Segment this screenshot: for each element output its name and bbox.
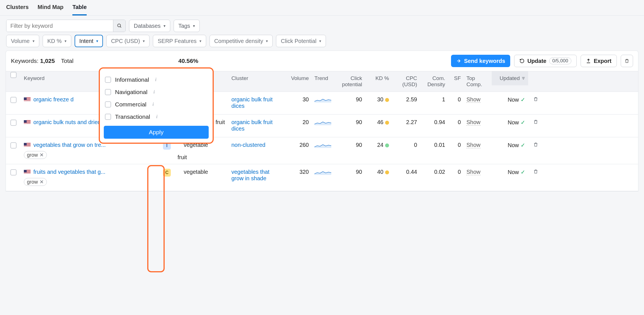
intent-opt-informational[interactable]: Informational i bbox=[104, 74, 209, 86]
row-checkbox[interactable] bbox=[10, 142, 17, 149]
chevron-down-icon: ▾ bbox=[266, 39, 268, 43]
col-top-comp[interactable]: Top Comp. bbox=[464, 71, 492, 92]
cluster-link[interactable]: non-clustered bbox=[231, 142, 265, 148]
keyword-link[interactable]: organic bulk nuts and dried ... bbox=[33, 119, 107, 125]
cluster-link[interactable]: vegetables that grow in shade bbox=[231, 169, 270, 181]
intent-opt-navigational[interactable]: Navigational i bbox=[104, 86, 209, 98]
updated-value: Now bbox=[508, 169, 519, 175]
cluster-link[interactable]: organic bulk fruit dices bbox=[231, 119, 273, 132]
show-competitors-link[interactable]: Show bbox=[466, 142, 480, 148]
checkbox[interactable] bbox=[105, 89, 111, 95]
us-flag-icon bbox=[24, 143, 31, 147]
select-all-checkbox[interactable] bbox=[10, 72, 17, 78]
kd-filter[interactable]: KD % ▾ bbox=[43, 35, 71, 47]
svg-point-0 bbox=[118, 24, 121, 27]
tags-filter[interactable]: Tags ▾ bbox=[174, 20, 200, 32]
keywords-count: Keywords: 1,025 bbox=[11, 58, 55, 64]
col-trend[interactable]: Trend bbox=[312, 71, 334, 85]
kd-value: 30 bbox=[365, 96, 392, 103]
intent-filter[interactable]: Intent ▾ bbox=[75, 35, 103, 47]
keyword-link[interactable]: fruits and vegetables that g... bbox=[33, 169, 105, 175]
checkbox[interactable] bbox=[105, 77, 111, 83]
send-keywords-button[interactable]: Send keywords bbox=[451, 55, 510, 67]
export-button[interactable]: Export bbox=[581, 55, 617, 67]
show-competitors-link[interactable]: Show bbox=[466, 96, 480, 103]
com-density-value: 0.01 bbox=[420, 142, 448, 148]
info-icon[interactable]: i bbox=[154, 114, 160, 120]
trash-icon bbox=[624, 58, 629, 64]
search-icon bbox=[117, 23, 122, 28]
col-kd[interactable]: KD % bbox=[365, 71, 392, 85]
keyword-link[interactable]: organic freeze d bbox=[33, 96, 73, 103]
row-checkbox[interactable] bbox=[10, 169, 17, 175]
tag-chip[interactable]: grow✕ bbox=[24, 151, 47, 159]
serp-features-filter[interactable]: SERP Features ▾ bbox=[153, 35, 206, 47]
kd-value: 24 bbox=[365, 142, 392, 148]
close-icon[interactable]: ✕ bbox=[40, 179, 44, 185]
serp-label: SERP Features bbox=[158, 38, 197, 44]
row-checkbox[interactable] bbox=[10, 97, 17, 103]
update-counter: 0/5,000 bbox=[549, 58, 571, 64]
row-checkbox[interactable] bbox=[10, 120, 17, 126]
show-competitors-link[interactable]: Show bbox=[466, 119, 480, 125]
sf-value: 0 bbox=[448, 119, 464, 125]
intent-opt-commercial[interactable]: Commercial i bbox=[104, 98, 209, 111]
com-density-value: 1 bbox=[420, 96, 448, 103]
chevron-down-icon: ▾ bbox=[319, 39, 321, 43]
checkbox[interactable] bbox=[105, 101, 111, 108]
kd-label: KD % bbox=[47, 38, 62, 44]
chevron-down-icon: ▾ bbox=[143, 39, 145, 43]
checkbox[interactable] bbox=[105, 114, 111, 120]
tab-mind-map[interactable]: Mind Map bbox=[38, 4, 63, 15]
info-icon[interactable]: i bbox=[150, 102, 156, 107]
col-click-potential[interactable]: Click potential bbox=[334, 71, 365, 92]
tags-label: Tags bbox=[178, 23, 190, 29]
trash-icon[interactable] bbox=[533, 96, 538, 102]
databases-filter[interactable]: Databases ▾ bbox=[129, 20, 170, 32]
update-button[interactable]: Update 0/5,000 bbox=[514, 55, 577, 67]
table-row: fruits and vegetables that g...grow✕Cveg… bbox=[6, 164, 638, 191]
volume-filter[interactable]: Volume ▾ bbox=[6, 35, 39, 47]
tag-chip[interactable]: grow✕ bbox=[24, 178, 47, 186]
col-volume[interactable]: Volume bbox=[282, 71, 312, 85]
cpc-filter[interactable]: CPC (USD) ▾ bbox=[106, 35, 150, 47]
intent-opt-label: Commercial bbox=[115, 101, 146, 108]
delete-all-button[interactable] bbox=[621, 55, 633, 67]
intent-label: Intent bbox=[79, 38, 93, 44]
keyword-search-button[interactable] bbox=[113, 20, 125, 32]
keywords-count-value: 1,025 bbox=[40, 58, 55, 64]
volume-value: 20 bbox=[282, 119, 312, 125]
info-icon[interactable]: i bbox=[153, 77, 158, 83]
competitive-density-filter[interactable]: Competitive density ▾ bbox=[210, 35, 273, 47]
show-competitors-link[interactable]: Show bbox=[466, 169, 480, 175]
col-cluster[interactable]: Cluster bbox=[229, 71, 282, 85]
volume-value: 320 bbox=[282, 169, 312, 175]
col-com-density[interactable]: Com. Density bbox=[420, 71, 448, 92]
click-potential-value: 90 bbox=[334, 96, 365, 103]
trash-icon[interactable] bbox=[533, 169, 538, 174]
kd-difficulty-dot bbox=[385, 143, 389, 147]
col-sf[interactable]: SF bbox=[448, 71, 464, 85]
click-potential-filter[interactable]: Click Potential ▾ bbox=[276, 35, 326, 47]
trend-sparkline bbox=[314, 119, 331, 125]
intent-opt-transactional[interactable]: Transactional i bbox=[104, 111, 209, 123]
seed-fragment-behind: fruit bbox=[178, 154, 187, 161]
trash-icon[interactable] bbox=[533, 142, 538, 147]
intent-apply-button[interactable]: Apply bbox=[104, 126, 209, 139]
keyword-link[interactable]: vegetables that grow on tre... bbox=[33, 142, 106, 148]
click-potential-value: 90 bbox=[334, 119, 365, 125]
keyword-search-input[interactable] bbox=[6, 20, 113, 32]
close-icon[interactable]: ✕ bbox=[40, 152, 44, 158]
col-cpc[interactable]: CPC (USD) bbox=[392, 71, 420, 92]
keyword-search bbox=[6, 20, 126, 32]
tab-clusters[interactable]: Clusters bbox=[6, 4, 29, 15]
cluster-link[interactable]: organic bulk fruit dices bbox=[231, 96, 273, 109]
col-updated-label: Updated bbox=[500, 75, 520, 81]
col-updated[interactable]: Updated bbox=[492, 71, 528, 85]
com-density-value: 0.02 bbox=[420, 169, 448, 175]
trash-icon[interactable] bbox=[533, 119, 538, 125]
tag-label: grow bbox=[27, 179, 38, 185]
tab-table[interactable]: Table bbox=[72, 4, 87, 15]
info-icon[interactable]: i bbox=[151, 89, 157, 95]
total-label: Total bbox=[61, 58, 73, 64]
